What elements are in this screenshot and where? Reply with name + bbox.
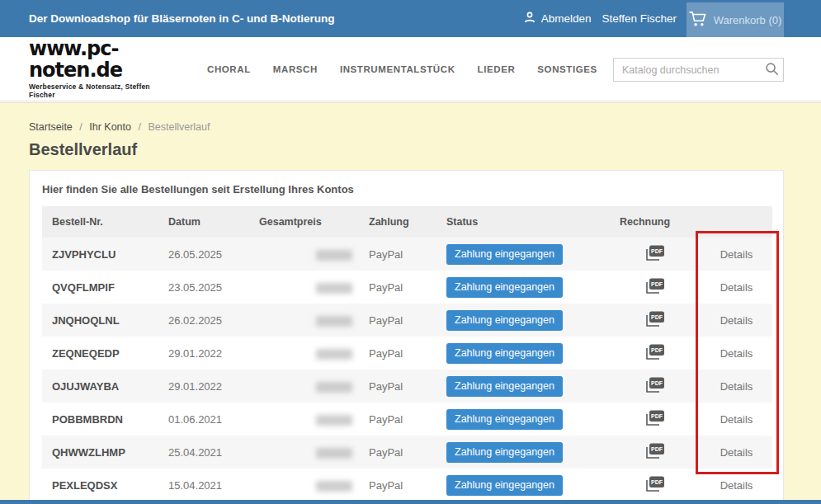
order-table-body: ZJVPHYCLU 26.05.2025 PayPal Zahlung eing… [42, 238, 772, 502]
order-invoice-cell: PDF [610, 244, 701, 264]
order-row: QHWWZLHMP 25.04.2021 PayPal Zahlung eing… [42, 436, 772, 469]
breadcrumb-startseite[interactable]: Startseite [29, 121, 73, 133]
order-total-cell [249, 247, 359, 260]
nav-item-instrumentalstueck[interactable]: INSTRUMENTALSTÜCK [340, 64, 455, 74]
order-invoice-cell: PDF [610, 409, 701, 429]
order-number: QVQFLMPIF [42, 281, 158, 294]
order-status-cell: Zahlung eingegangen [436, 310, 610, 331]
search-input[interactable] [614, 64, 760, 76]
order-total-redacted [316, 349, 352, 360]
user-name[interactable]: Steffen Fischer [602, 12, 677, 25]
order-invoice-cell: PDF [610, 376, 701, 396]
pdf-invoice-icon[interactable]: PDF [644, 244, 666, 264]
order-total-cell [249, 478, 359, 491]
order-total-redacted [316, 481, 352, 492]
order-date: 15.04.2021 [158, 479, 249, 492]
order-payment: PayPal [359, 314, 436, 327]
logout-link[interactable]: Abmelden [523, 11, 592, 26]
order-date: 25.04.2021 [158, 446, 249, 459]
site-logo[interactable]: www.pc-noten.de Werbeservice & Notensatz… [29, 39, 176, 98]
details-link[interactable]: Details [720, 479, 753, 492]
pdf-invoice-icon[interactable]: PDF [644, 376, 666, 396]
pdf-icon-label: PDF [651, 380, 663, 386]
pdf-invoice-icon[interactable]: PDF [644, 409, 666, 429]
page-title: Bestellverlauf [29, 140, 821, 159]
account-area: Abmelden Steffen Fischer [523, 0, 677, 37]
logo-title: www.pc-noten.de [29, 39, 176, 80]
order-payment: PayPal [359, 281, 436, 294]
breadcrumb-ihr-konto[interactable]: Ihr Konto [89, 121, 131, 133]
col-header-datum: Datum [158, 216, 249, 228]
order-date: 01.06.2021 [158, 413, 249, 426]
details-link[interactable]: Details [720, 380, 753, 393]
pdf-invoice-icon[interactable]: PDF [644, 475, 666, 495]
details-link[interactable]: Details [720, 248, 753, 261]
main-nav: CHORAL MARSCH INSTRUMENTALSTÜCK LIEDER S… [207, 64, 597, 74]
col-header-status: Status [436, 216, 610, 228]
order-date: 29.01.2022 [158, 347, 249, 360]
status-badge[interactable]: Zahlung eingegangen [446, 277, 563, 298]
order-status-cell: Zahlung eingegangen [436, 475, 610, 496]
pdf-invoice-icon[interactable]: PDF [644, 277, 666, 297]
breadcrumb-separator: / [138, 121, 140, 133]
order-number: ZEQNEQEDP [42, 347, 158, 360]
logout-label: Abmelden [541, 12, 592, 25]
nav-item-lieder[interactable]: LIEDER [478, 64, 516, 74]
search-button[interactable] [760, 59, 783, 81]
pdf-icon-label: PDF [651, 413, 663, 419]
status-badge[interactable]: Zahlung eingegangen [446, 442, 563, 463]
cart-icon [689, 11, 707, 30]
order-details-cell: Details [701, 248, 772, 261]
order-invoice-cell: PDF [610, 475, 701, 495]
cart-button[interactable]: Warenkorb (0) [687, 2, 784, 37]
pdf-icon-label: PDF [651, 347, 663, 353]
order-row: QVQFLMPIF 23.05.2025 PayPal Zahlung eing… [42, 271, 772, 304]
page-content: Startseite / Ihr Konto / Bestellverlauf … [0, 102, 821, 504]
shop-tagline: Der Downloadshop für Bläsernoten in C- u… [29, 12, 335, 25]
status-badge[interactable]: Zahlung eingegangen [446, 310, 563, 331]
order-invoice-cell: PDF [610, 442, 701, 462]
details-link[interactable]: Details [720, 413, 753, 426]
pdf-invoice-icon[interactable]: PDF [644, 310, 666, 330]
order-date: 26.02.2025 [158, 314, 249, 327]
order-row: OJUJWAYBA 29.01.2022 PayPal Zahlung eing… [42, 370, 772, 403]
pdf-invoice-icon[interactable]: PDF [644, 343, 666, 363]
order-number: PEXLEQDSX [42, 479, 158, 492]
order-date: 29.01.2022 [158, 380, 249, 393]
order-number: JNQHOQLNL [42, 314, 158, 327]
details-link[interactable]: Details [720, 347, 753, 360]
status-badge[interactable]: Zahlung eingegangen [446, 376, 563, 397]
order-history-card: Hier finden Sie alle Bestellungen seit E… [29, 170, 784, 504]
nav-item-sonstiges[interactable]: SONSTIGES [537, 64, 597, 74]
pdf-invoice-icon[interactable]: PDF [644, 442, 666, 462]
col-header-bestell-nr: Bestell-Nr. [42, 216, 158, 228]
details-link[interactable]: Details [720, 314, 753, 327]
pdf-icon-label: PDF [651, 314, 663, 320]
order-invoice-cell: PDF [610, 277, 701, 297]
order-total-cell [249, 280, 359, 293]
status-badge[interactable]: Zahlung eingegangen [446, 475, 563, 496]
order-invoice-cell: PDF [610, 343, 701, 363]
status-badge[interactable]: Zahlung eingegangen [446, 409, 563, 430]
col-header-rechnung: Rechnung [610, 216, 701, 228]
col-header-gesamtpreis: Gesamtpreis [249, 216, 359, 228]
order-date: 26.05.2025 [158, 248, 249, 261]
order-details-cell: Details [701, 380, 772, 393]
order-total-redacted [316, 382, 352, 393]
nav-item-marsch[interactable]: MARSCH [273, 64, 318, 74]
details-link[interactable]: Details [720, 281, 753, 294]
order-row: PEXLEQDSX 15.04.2021 PayPal Zahlung eing… [42, 469, 772, 502]
pdf-icon-label: PDF [651, 281, 663, 287]
order-payment: PayPal [359, 413, 436, 426]
status-badge[interactable]: Zahlung eingegangen [446, 343, 563, 364]
order-total-cell [249, 346, 359, 359]
order-payment: PayPal [359, 446, 436, 459]
order-row: JNQHOQLNL 26.02.2025 PayPal Zahlung eing… [42, 304, 772, 337]
status-badge[interactable]: Zahlung eingegangen [446, 244, 563, 265]
nav-item-choral[interactable]: CHORAL [207, 64, 251, 74]
order-row: POBBMBRDN 01.06.2021 PayPal Zahlung eing… [42, 403, 772, 436]
details-link[interactable]: Details [720, 446, 753, 459]
order-total-redacted [316, 316, 352, 327]
order-number: ZJVPHYCLU [42, 248, 158, 261]
order-total-cell [249, 379, 359, 392]
